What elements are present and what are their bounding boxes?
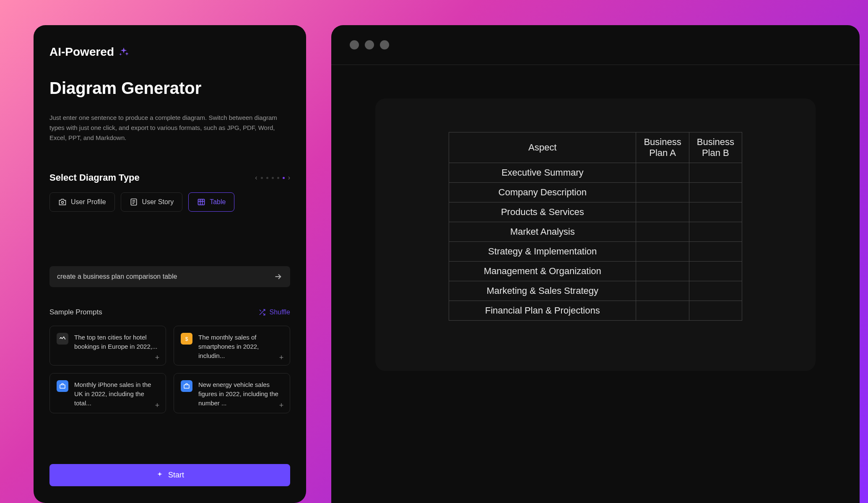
prompt-input[interactable]	[57, 273, 273, 280]
shuffle-label: Shuffle	[269, 309, 290, 316]
user-profile-icon	[58, 198, 67, 206]
diagram-type-table[interactable]: Table	[188, 192, 234, 212]
table-cell: Strategy & Implementation	[449, 242, 636, 262]
prompt-input-row	[49, 266, 290, 287]
page-dot[interactable]	[283, 177, 285, 179]
table-header: Aspect	[449, 132, 636, 163]
prompt-text: The top ten cities for hotel bookings in…	[74, 333, 159, 351]
table-cell	[636, 281, 689, 301]
table-cell: Market Analysis	[449, 222, 636, 242]
page-title: Diagram Generator	[49, 79, 290, 98]
table-cell	[636, 262, 689, 281]
table-cell: Products & Services	[449, 202, 636, 222]
add-prompt-button[interactable]: +	[277, 401, 286, 410]
page-dot[interactable]	[277, 177, 279, 179]
start-label: Start	[168, 471, 184, 480]
table-cell	[636, 202, 689, 222]
prompt-text: New energy vehicle sales figures in 2022…	[198, 380, 283, 407]
shuffle-button[interactable]: Shuffle	[258, 309, 290, 316]
chart-icon	[57, 333, 68, 345]
svg-rect-2	[198, 199, 205, 205]
ai-powered-badge: AI-Powered	[49, 45, 290, 59]
diagram-type-pagination: ‹ ›	[255, 174, 290, 181]
table-row: Executive Summary	[449, 163, 742, 183]
sample-prompts-label: Sample Prompts	[49, 308, 102, 316]
diagram-type-label: Select Diagram Type	[49, 172, 140, 183]
window-dot	[380, 40, 389, 49]
table-cell: Marketing & Sales Strategy	[449, 281, 636, 301]
table-cell	[636, 183, 689, 202]
svg-rect-5	[184, 385, 189, 388]
table-cell: Executive Summary	[449, 163, 636, 183]
table-icon	[197, 198, 205, 206]
table-cell	[689, 242, 742, 262]
chevron-right-icon[interactable]: ›	[288, 174, 290, 181]
preview-table: Aspect Business Plan A Business Plan B E…	[449, 132, 742, 321]
sample-prompt-card[interactable]: $ The monthly sales of smartphones in 20…	[174, 326, 290, 366]
ai-powered-label: AI-Powered	[49, 45, 114, 59]
add-prompt-button[interactable]: +	[153, 401, 161, 410]
window-dot	[365, 40, 374, 49]
table-row: Marketing & Sales Strategy	[449, 281, 742, 301]
table-cell	[636, 242, 689, 262]
table-header-row: Aspect Business Plan A Business Plan B	[449, 132, 742, 163]
window-dot	[350, 40, 359, 49]
page-dot[interactable]	[261, 177, 263, 179]
table-row: Products & Services	[449, 202, 742, 222]
sample-prompt-card[interactable]: New energy vehicle sales figures in 2022…	[174, 373, 290, 413]
svg-rect-4	[60, 385, 65, 388]
briefcase-icon	[181, 380, 192, 392]
table-row: Financial Plan & Projections	[449, 301, 742, 321]
svg-point-0	[62, 201, 64, 203]
table-cell	[689, 183, 742, 202]
add-prompt-button[interactable]: +	[277, 353, 286, 362]
table-header: Business Plan B	[689, 132, 742, 163]
diagram-type-label: Table	[210, 198, 226, 206]
add-prompt-button[interactable]: +	[153, 353, 161, 362]
generator-panel: AI-Powered Diagram Generator Just enter …	[34, 25, 306, 503]
preview-canvas: Aspect Business Plan A Business Plan B E…	[375, 99, 816, 371]
page-dot[interactable]	[272, 177, 274, 179]
svg-text:$: $	[185, 336, 188, 342]
user-story-icon	[130, 198, 138, 206]
sample-prompt-card[interactable]: The top ten cities for hotel bookings in…	[49, 326, 166, 366]
table-row: Company Description	[449, 183, 742, 202]
dollar-icon: $	[181, 333, 192, 345]
sparkle-icon	[156, 471, 164, 480]
diagram-type-user-profile[interactable]: User Profile	[49, 192, 115, 212]
table-cell	[689, 202, 742, 222]
table-cell	[636, 222, 689, 242]
table-cell	[636, 163, 689, 183]
prompt-text: The monthly sales of smartphones in 2022…	[198, 333, 283, 360]
table-cell: Management & Organization	[449, 262, 636, 281]
table-cell	[636, 301, 689, 321]
table-cell	[689, 301, 742, 321]
submit-arrow-icon[interactable]	[273, 272, 283, 281]
table-cell	[689, 163, 742, 183]
chevron-left-icon[interactable]: ‹	[255, 174, 257, 181]
table-row: Strategy & Implementation	[449, 242, 742, 262]
window-chrome	[331, 25, 860, 65]
description-text: Just enter one sentence to produce a com…	[49, 113, 290, 143]
sparkle-icon	[118, 47, 129, 57]
start-button[interactable]: Start	[49, 464, 290, 486]
table-cell: Company Description	[449, 183, 636, 202]
briefcase-icon	[57, 380, 68, 392]
diagram-type-label: User Story	[142, 198, 174, 206]
diagram-type-user-story[interactable]: User Story	[121, 192, 183, 212]
shuffle-icon	[258, 309, 266, 316]
page-dot[interactable]	[266, 177, 268, 179]
sample-prompt-card[interactable]: Monthly iPhone sales in the UK in 2022, …	[49, 373, 166, 413]
table-header: Business Plan A	[636, 132, 689, 163]
table-cell	[689, 281, 742, 301]
prompt-text: Monthly iPhone sales in the UK in 2022, …	[74, 380, 159, 407]
table-cell: Financial Plan & Projections	[449, 301, 636, 321]
diagram-type-label: User Profile	[71, 198, 106, 206]
table-row: Market Analysis	[449, 222, 742, 242]
table-cell	[689, 222, 742, 242]
table-cell	[689, 262, 742, 281]
preview-panel: Aspect Business Plan A Business Plan B E…	[331, 25, 860, 503]
table-row: Management & Organization	[449, 262, 742, 281]
